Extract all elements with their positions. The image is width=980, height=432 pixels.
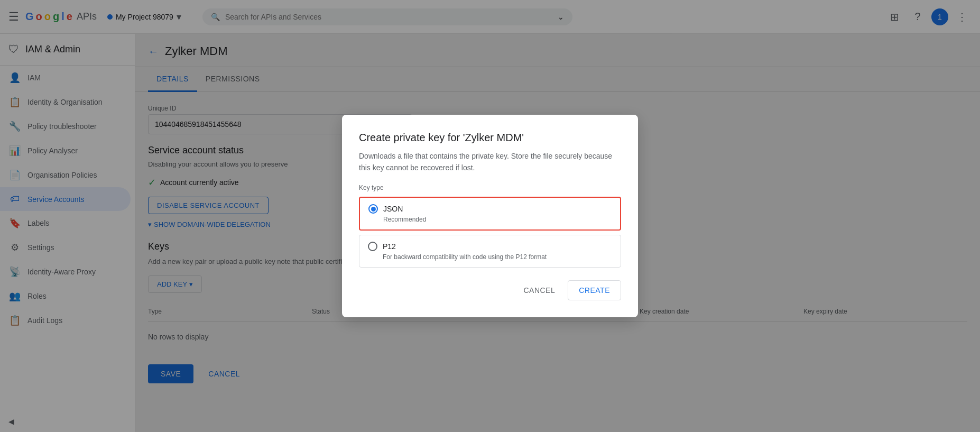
json-radio-row: JSON xyxy=(368,204,612,214)
dialog-title: Create private key for 'Zylker MDM' xyxy=(359,132,621,144)
dialog-overlay: Create private key for 'Zylker MDM' Down… xyxy=(0,0,980,432)
key-type-label: Key type xyxy=(359,184,621,191)
p12-label: P12 xyxy=(383,242,396,251)
json-radio-button[interactable] xyxy=(368,204,378,214)
json-option[interactable]: JSON Recommended xyxy=(359,197,621,231)
dialog-actions: CANCEL CREATE xyxy=(359,280,621,300)
dialog-description: Downloads a file that contains the priva… xyxy=(359,150,621,174)
p12-radio-button[interactable] xyxy=(368,242,377,251)
p12-sublabel: For backward compatibility with code usi… xyxy=(383,253,612,261)
json-label: JSON xyxy=(383,205,403,213)
create-private-key-dialog: Create private key for 'Zylker MDM' Down… xyxy=(342,115,638,318)
dialog-create-button[interactable]: CREATE xyxy=(568,280,621,300)
p12-option[interactable]: P12 For backward compatibility with code… xyxy=(359,235,621,268)
dialog-cancel-button[interactable]: CANCEL xyxy=(515,280,563,300)
p12-radio-row: P12 xyxy=(368,242,612,251)
json-sublabel: Recommended xyxy=(383,216,612,223)
